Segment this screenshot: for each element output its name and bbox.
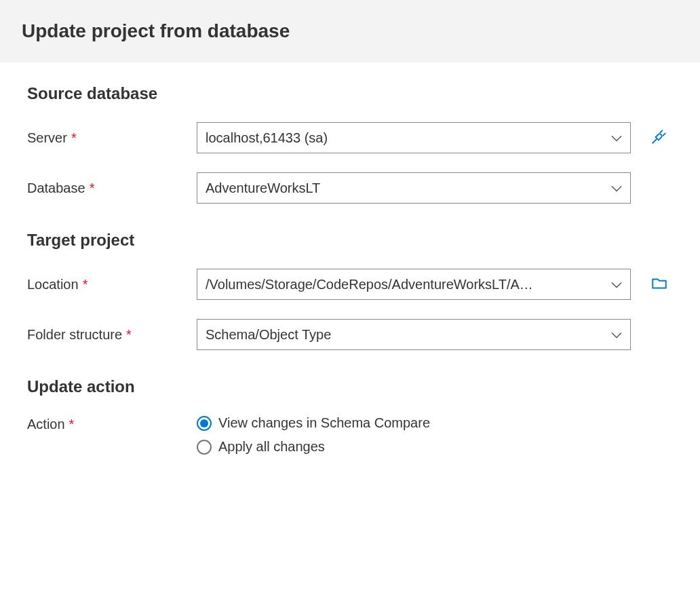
chevron-down-icon (611, 327, 622, 343)
section-target-project: Target project Location * /Volumes/Stora… (27, 231, 673, 350)
plug-icon (650, 128, 668, 148)
row-folder-structure: Folder structure * Schema/Object Type (27, 319, 673, 350)
row-location: Location * /Volumes/Storage/CodeRepos/Ad… (27, 269, 673, 300)
label-action: Action (27, 417, 65, 432)
chevron-down-icon (611, 180, 622, 196)
required-marker: * (83, 277, 88, 292)
chevron-down-icon (611, 130, 622, 146)
label-folder-structure: Folder structure (27, 327, 122, 343)
radio-view-changes[interactable]: View changes in Schema Compare (197, 415, 430, 431)
server-select[interactable]: localhost,61433 (sa) (197, 122, 631, 153)
server-select-container: localhost,61433 (sa) (197, 122, 631, 153)
label-server: Server (27, 130, 67, 146)
server-select-value: localhost,61433 (sa) (206, 130, 328, 146)
radio-dot-icon (200, 419, 208, 427)
label-container-folder-structure: Folder structure * (27, 327, 197, 343)
required-marker: * (71, 130, 77, 146)
database-select-container: AdventureWorksLT (197, 172, 631, 204)
label-container-server: Server * (27, 130, 197, 146)
section-title-target: Target project (27, 231, 673, 250)
folder-structure-select-value: Schema/Object Type (206, 327, 331, 343)
dialog-title: Update project from database (22, 20, 678, 42)
required-marker: * (90, 180, 95, 196)
radio-apply-all[interactable]: Apply all changes (197, 439, 430, 455)
label-location: Location (27, 277, 79, 292)
row-server: Server * localhost,61433 (sa) (27, 122, 673, 153)
radio-button-icon (197, 440, 212, 455)
required-marker: * (126, 327, 132, 343)
location-select-value: /Volumes/Storage/CodeRepos/AdventureWork… (206, 277, 533, 292)
label-container-database: Database * (27, 180, 197, 196)
database-select[interactable]: AdventureWorksLT (197, 172, 631, 204)
section-title-action: Update action (27, 377, 673, 396)
label-container-location: Location * (27, 277, 197, 292)
row-action: Action * View changes in Schema Compare … (27, 415, 673, 455)
folder-structure-select-container: Schema/Object Type (197, 319, 631, 350)
row-database: Database * AdventureWorksLT (27, 172, 673, 204)
folder-icon (650, 274, 668, 294)
label-container-action: Action * (27, 417, 197, 432)
database-select-value: AdventureWorksLT (206, 180, 320, 196)
label-database: Database (27, 180, 85, 196)
section-source-database: Source database Server * localhost,61433… (27, 84, 673, 204)
location-select[interactable]: /Volumes/Storage/CodeRepos/AdventureWork… (197, 269, 631, 300)
section-title-source: Source database (27, 84, 673, 103)
section-update-action: Update action Action * View changes in S… (27, 377, 673, 455)
radio-button-icon (197, 416, 212, 431)
browse-folder-button[interactable] (650, 275, 669, 294)
dialog-content: Source database Server * localhost,61433… (0, 62, 700, 503)
connect-button[interactable] (650, 128, 669, 147)
radio-label-view: View changes in Schema Compare (218, 415, 430, 431)
radio-label-apply: Apply all changes (218, 439, 325, 455)
folder-structure-select[interactable]: Schema/Object Type (197, 319, 631, 350)
location-select-container: /Volumes/Storage/CodeRepos/AdventureWork… (197, 269, 631, 300)
chevron-down-icon (611, 277, 622, 292)
dialog-header: Update project from database (0, 0, 700, 62)
action-radio-group: View changes in Schema Compare Apply all… (197, 415, 430, 455)
required-marker: * (69, 417, 75, 432)
